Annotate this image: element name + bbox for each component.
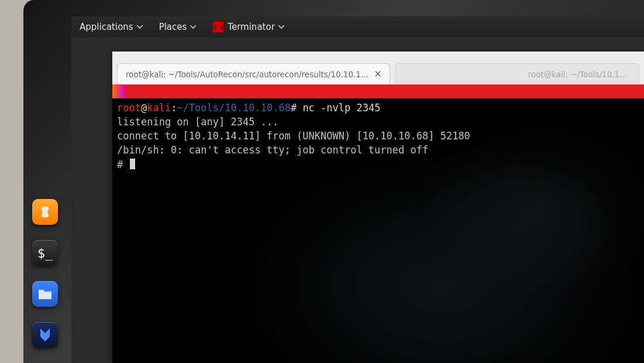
terminator-label: Terminator	[228, 22, 274, 32]
prompt-at: @	[141, 102, 147, 114]
tab-bar: root@kali: ~/Tools/AutoRecon/src/autorec…	[112, 52, 644, 84]
tab-active[interactable]: root@kali: ~/Tools/AutoRecon/src/autorec…	[117, 63, 390, 84]
dock-app-terminal[interactable]: $_	[32, 240, 58, 266]
terminal-pane[interactable]: root@kali:~/Tools/10.10.10.68# nc -nvlp …	[112, 98, 644, 363]
gnome-topbar: Applications Places ⋮⋮ Terminator	[71, 16, 644, 37]
monitor-bezel: Applications Places ⋮⋮ Terminator root@k…	[23, 0, 644, 363]
prompt-sep: :	[171, 102, 177, 114]
chevron-down-icon	[278, 25, 284, 29]
command-text: nc -nvlp 2345	[302, 102, 380, 114]
prompt-hash: #	[291, 102, 297, 114]
terminator-icon: ⋮⋮	[212, 21, 224, 33]
close-icon[interactable]: ×	[374, 70, 382, 78]
chevron-down-icon	[190, 25, 196, 29]
places-label: Places	[159, 22, 187, 32]
tab-title: root@kali: ~/Tools/10.1...	[528, 70, 627, 79]
terminal-output: listening on [any] 2345 ...	[117, 116, 278, 128]
terminal-icon: $_	[37, 246, 53, 261]
applications-label: Applications	[80, 22, 133, 32]
tab-title: root@kali: ~/Tools/AutoRecon/src/autorec…	[126, 70, 369, 79]
terminator-menu[interactable]: ⋮⋮ Terminator	[212, 21, 284, 33]
places-menu[interactable]: Places	[159, 22, 197, 32]
applications-menu[interactable]: Applications	[80, 22, 143, 32]
prompt-user: root	[117, 102, 141, 114]
dock-app-metasploit[interactable]	[32, 322, 58, 348]
dock-app-sublime[interactable]	[32, 199, 58, 225]
dock: $_	[29, 199, 61, 348]
prompt-host: kali	[147, 102, 171, 114]
shell-prompt: #	[117, 159, 129, 170]
folder-icon	[37, 287, 53, 300]
terminator-window: root@kali: ~/Tools/AutoRecon/src/autorec…	[112, 52, 644, 363]
prompt-path: ~/Tools/10.10.10.68	[177, 102, 290, 114]
tab-inactive[interactable]: root@kali: ~/Tools/10.1...	[395, 63, 639, 84]
screen: Applications Places ⋮⋮ Terminator root@k…	[71, 16, 644, 363]
sublime-icon	[38, 205, 52, 219]
terminator-title-grip	[112, 85, 125, 98]
dock-app-files[interactable]	[32, 281, 58, 307]
terminal-output: /bin/sh: 0: can't access tty; job contro…	[117, 144, 428, 156]
metasploit-icon	[38, 327, 52, 343]
terminator-title-bar	[112, 84, 644, 98]
cursor	[130, 159, 135, 169]
terminal-output: connect to [10.10.14.11] from (UNKNOWN) …	[117, 130, 470, 142]
chevron-down-icon	[137, 25, 143, 29]
